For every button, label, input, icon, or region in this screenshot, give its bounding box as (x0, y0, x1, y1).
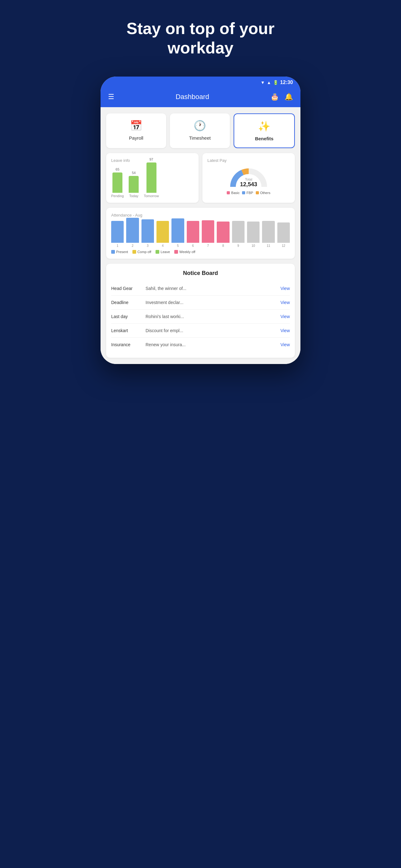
att-bar-2: 2 (126, 218, 139, 247)
attendance-legend: Present Comp off Leave Weekly off (111, 250, 290, 254)
notice-view-3[interactable]: View (280, 328, 290, 333)
attendance-bars: 123456789101112 (111, 222, 290, 247)
legend-present-label: Present (116, 250, 128, 254)
latest-pay-title: Latest Pay (207, 158, 290, 163)
battery-icon: 🔋 (273, 80, 278, 85)
notice-source-0: Head Gear (111, 286, 145, 291)
donut-total-label: Total (240, 178, 257, 181)
attendance-title: Attendance - Aug (111, 213, 290, 217)
payroll-card[interactable]: 📅 Payroll (106, 114, 166, 148)
att-bar-12: 12 (277, 222, 290, 247)
att-bar-rect-2 (126, 218, 139, 243)
att-bar-11: 11 (262, 221, 274, 247)
bar-today: 54 Today (129, 171, 139, 198)
legend-basic-dot (227, 191, 230, 194)
att-bar-label-2: 2 (132, 244, 134, 247)
att-bar-rect-8 (217, 221, 229, 243)
notice-view-2[interactable]: View (280, 314, 290, 319)
notice-text-1: Investment declar... (145, 300, 280, 305)
legend-compoff-dot (132, 250, 136, 254)
app-bar-actions: 🎂 🔔 (270, 93, 293, 101)
att-bar-label-12: 12 (282, 244, 285, 247)
att-bar-6: 6 (187, 221, 199, 247)
att-bar-label-5: 5 (177, 244, 179, 247)
notice-view-4[interactable]: View (280, 342, 290, 347)
menu-icon[interactable]: ☰ (108, 93, 114, 101)
bar-today-label: Today (129, 194, 138, 198)
hero-title: Stay on top of your workday (107, 19, 294, 58)
quick-actions: 📅 Payroll 🕐 Timesheet ✨ Benefits (106, 114, 295, 148)
leave-bar-chart: 65 Pending 54 Today 97 Tomorrow (111, 166, 194, 198)
legend-others-label: Others (260, 191, 270, 195)
notice-view-0[interactable]: View (280, 286, 290, 291)
att-bar-3: 3 (141, 219, 154, 247)
latest-pay-card: Latest Pay (202, 153, 295, 203)
notice-board-title: Notice Board (111, 270, 290, 277)
signal-icon: ▲ (267, 80, 271, 85)
legend-basic-label: Basic (231, 191, 239, 195)
att-bar-label-10: 10 (252, 244, 255, 247)
bar-today-bar (129, 176, 139, 193)
att-bar-label-11: 11 (267, 244, 270, 247)
att-bar-label-4: 4 (162, 244, 164, 247)
notice-row-4: InsuranceRenew your insura...View (111, 337, 290, 351)
notice-text-4: Renew your insura... (145, 342, 280, 347)
att-bar-rect-1 (111, 221, 124, 243)
status-time: 12:30 (280, 80, 293, 85)
leave-info-card: Leave info 65 Pending 54 Today 97 (106, 153, 199, 203)
legend-weeklyoff-label: Weekly off (179, 250, 195, 254)
att-bar-rect-9 (232, 221, 244, 243)
att-bar-7: 7 (202, 220, 214, 247)
att-bar-10: 10 (247, 221, 260, 247)
att-bar-rect-10 (247, 221, 260, 243)
benefits-icon: ✨ (258, 120, 270, 132)
legend-others: Others (256, 191, 270, 195)
att-bar-label-7: 7 (207, 244, 209, 247)
bar-pending-value: 65 (115, 167, 119, 171)
legend-present-dot (111, 250, 115, 254)
att-bar-rect-4 (157, 221, 169, 243)
notification-icon[interactable]: 🔔 (285, 93, 293, 101)
bar-tomorrow-label: Tomorrow (144, 194, 159, 198)
legend-leave-label: Leave (161, 250, 170, 254)
donut-total-value: 12,543 (240, 181, 257, 187)
att-bar-rect-7 (202, 220, 214, 243)
notice-view-1[interactable]: View (280, 300, 290, 305)
att-bar-label-1: 1 (116, 244, 119, 247)
benefits-card[interactable]: ✨ Benefits (234, 114, 295, 148)
notice-row-0: Head GearSahil, the winner of...View (111, 281, 290, 295)
bar-tomorrow-value: 97 (149, 157, 153, 161)
notice-text-0: Sahil, the winner of... (145, 286, 280, 291)
att-bar-5: 5 (171, 218, 184, 247)
att-bar-rect-12 (277, 222, 290, 243)
att-bar-1: 1 (111, 221, 124, 247)
timesheet-label: Timesheet (189, 135, 210, 141)
att-bar-rect-6 (187, 221, 199, 243)
legend-fbp-dot (242, 191, 245, 194)
info-row: Leave info 65 Pending 54 Today 97 (106, 153, 295, 203)
notice-source-4: Insurance (111, 342, 145, 347)
donut-legend: Basic FBP Others (227, 191, 270, 195)
legend-others-dot (256, 191, 259, 194)
timesheet-card[interactable]: 🕐 Timesheet (170, 114, 230, 148)
att-bar-label-3: 3 (147, 244, 149, 247)
payroll-icon: 📅 (130, 120, 142, 131)
notice-rows: Head GearSahil, the winner of...ViewDead… (111, 281, 290, 351)
legend-fbp-label: FBP (246, 191, 253, 195)
notice-source-1: Deadline (111, 300, 145, 305)
birthday-icon[interactable]: 🎂 (270, 93, 279, 101)
legend-compoff-label: Comp off (137, 250, 151, 254)
app-bar: ☰ Dashboard 🎂 🔔 (101, 88, 300, 107)
app-title: Dashboard (175, 93, 209, 101)
att-bar-label-9: 9 (237, 244, 239, 247)
att-bar-label-6: 6 (192, 244, 194, 247)
bar-tomorrow-bar (146, 162, 157, 193)
attendance-card: Attendance - Aug 123456789101112 Present… (106, 208, 295, 259)
bar-pending-bar (112, 173, 123, 193)
bar-tomorrow: 97 Tomorrow (144, 157, 159, 198)
att-bar-8: 8 (217, 221, 229, 247)
bar-today-value: 54 (132, 171, 136, 175)
bar-pending-label: Pending (111, 194, 124, 198)
donut-container: Total 12,543 (228, 166, 269, 188)
notice-text-3: Discount for empl... (145, 328, 280, 333)
